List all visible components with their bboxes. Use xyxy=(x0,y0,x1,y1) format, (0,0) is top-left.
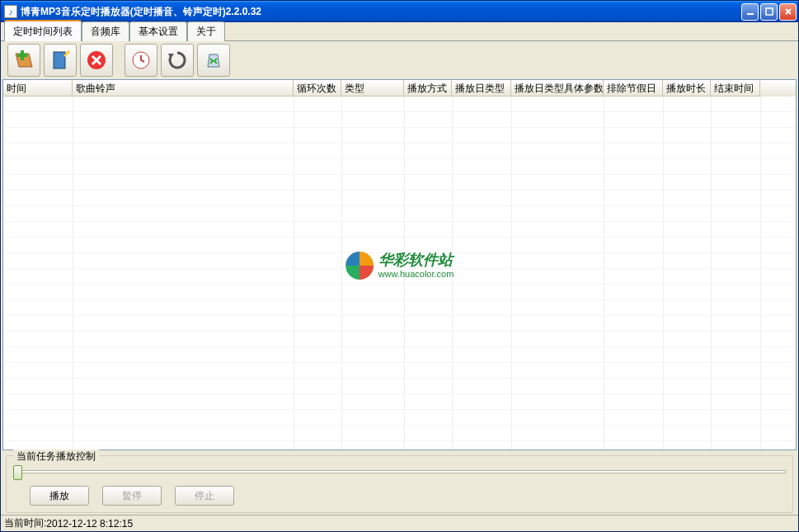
stop-button[interactable]: 停止 xyxy=(175,486,234,506)
playback-control-group: 当前任务播放控制 播放 暂停 停止 xyxy=(6,455,793,513)
add-button[interactable] xyxy=(7,44,40,77)
svg-rect-4 xyxy=(54,52,65,68)
edit-button[interactable] xyxy=(44,44,77,77)
tab-strip: 定时时间列表 音频库 基本设置 关于 xyxy=(1,22,798,41)
col-daytype[interactable]: 播放日类型 xyxy=(452,80,511,97)
svg-rect-3 xyxy=(17,54,27,57)
watermark-logo-icon xyxy=(345,252,374,280)
tab-audio-library[interactable]: 音频库 xyxy=(82,21,129,41)
slider-rail xyxy=(13,470,786,473)
col-song[interactable]: 歌曲铃声 xyxy=(73,80,294,97)
tab-label: 音频库 xyxy=(91,26,120,37)
app-window: ♪ 博青MP3音乐定时播放器(定时播音、铃声定时)2.2.0.32 定时时间列表… xyxy=(0,0,799,532)
status-time-value: 2012-12-12 8:12:15 xyxy=(46,518,133,530)
close-button[interactable] xyxy=(779,3,797,21)
col-type[interactable]: 类型 xyxy=(341,80,404,97)
tab-schedule-list[interactable]: 定时时间列表 xyxy=(4,20,82,41)
titlebar[interactable]: ♪ 博青MP3音乐定时播放器(定时播音、铃声定时)2.2.0.32 xyxy=(1,1,798,22)
clock-button[interactable] xyxy=(125,44,157,77)
col-loop[interactable]: 循环次数 xyxy=(294,80,341,97)
watermark-title: 华彩软件站 xyxy=(378,252,454,269)
grid-header-row: 时间 歌曲铃声 循环次数 类型 播放方式 播放日类型 播放日类型具体参数 排除节… xyxy=(3,80,796,97)
maximize-button[interactable] xyxy=(760,3,778,21)
slider-thumb[interactable] xyxy=(13,465,22,480)
col-holiday[interactable]: 排除节假日 xyxy=(604,80,663,97)
delete-button[interactable] xyxy=(80,44,113,77)
playback-group-label: 当前任务播放控制 xyxy=(13,450,99,464)
col-dayparam[interactable]: 播放日类型具体参数 xyxy=(511,80,604,97)
data-grid[interactable]: 时间 歌曲铃声 循环次数 类型 播放方式 播放日类型 播放日类型具体参数 排除节… xyxy=(2,79,797,450)
refresh-button[interactable] xyxy=(161,44,194,77)
play-button[interactable]: 播放 xyxy=(30,486,89,506)
col-endtime[interactable]: 结束时间 xyxy=(711,80,760,97)
recycle-button[interactable] xyxy=(197,44,230,77)
watermark: 华彩软件站 www.huacolor.com xyxy=(345,252,454,280)
toolbar xyxy=(1,41,798,79)
svg-rect-0 xyxy=(747,13,754,15)
svg-rect-1 xyxy=(766,8,773,15)
status-bar: 当前时间: 2012-12-12 8:12:15 xyxy=(1,515,798,531)
grid-body[interactable]: 华彩软件站 www.huacolor.com xyxy=(3,97,796,450)
minimize-button[interactable] xyxy=(741,3,759,21)
col-time[interactable]: 时间 xyxy=(3,80,73,97)
col-duration[interactable]: 播放时长 xyxy=(663,80,711,97)
pause-button[interactable]: 暂停 xyxy=(102,486,162,506)
tab-label: 关于 xyxy=(196,26,216,37)
tab-about[interactable]: 关于 xyxy=(187,21,225,41)
playback-slider[interactable] xyxy=(13,464,786,479)
status-time-label: 当前时间: xyxy=(4,516,46,530)
tab-settings[interactable]: 基本设置 xyxy=(129,21,187,41)
watermark-url: www.huacolor.com xyxy=(378,269,454,279)
tab-label: 定时时间列表 xyxy=(13,26,73,37)
window-title: 博青MP3音乐定时播放器(定时播音、铃声定时)2.2.0.32 xyxy=(21,5,741,19)
col-playmode[interactable]: 播放方式 xyxy=(404,80,452,97)
tab-label: 基本设置 xyxy=(139,26,178,37)
app-icon: ♪ xyxy=(4,5,17,18)
